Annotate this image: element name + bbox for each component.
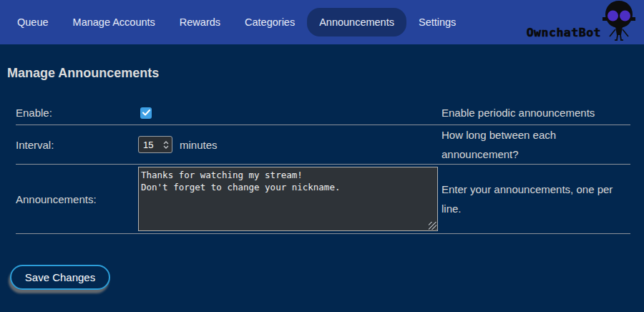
- brand-logo: OwnchatBot: [527, 0, 635, 45]
- announcements-help: Enter your announcements, one per line.: [441, 180, 630, 218]
- nav-item-rewards[interactable]: Rewards: [167, 8, 233, 36]
- announcements-form: Enable: Enable periodic announcements In…: [16, 101, 630, 234]
- checkmark-icon: [142, 109, 150, 116]
- interval-value: 15: [143, 140, 163, 150]
- interval-label: Interval:: [16, 139, 138, 151]
- save-changes-button[interactable]: Save Changes: [10, 265, 110, 290]
- nav-item-settings[interactable]: Settings: [406, 8, 468, 36]
- enable-help: Enable periodic announcements: [441, 103, 630, 122]
- robot-icon: [602, 0, 635, 44]
- nav-item-manage-accounts[interactable]: Manage Accounts: [61, 8, 167, 36]
- enable-label: Enable:: [16, 107, 138, 119]
- number-spinner[interactable]: [163, 141, 169, 149]
- nav-item-categories[interactable]: Categories: [233, 8, 307, 36]
- navbar: Queue Manage Accounts Rewards Categories…: [0, 0, 644, 44]
- form-row-enable: Enable: Enable periodic announcements: [16, 101, 630, 125]
- nav-item-announcements[interactable]: Announcements: [307, 8, 406, 36]
- form-row-announcements: Announcements: Thanks for watching my st…: [16, 165, 630, 234]
- enable-checkbox[interactable]: [140, 107, 152, 119]
- announcements-label: Announcements:: [16, 193, 138, 205]
- chevron-up-icon: [163, 141, 169, 145]
- interval-input[interactable]: 15: [138, 136, 172, 153]
- nav-item-queue[interactable]: Queue: [5, 8, 61, 36]
- interval-unit: minutes: [180, 139, 218, 151]
- chevron-down-icon: [163, 145, 169, 149]
- interval-help: How long between each announcement?: [441, 125, 630, 164]
- brand-name: OwnchatBot: [527, 26, 601, 45]
- announcements-textarea[interactable]: Thanks for watching my stream! Don't for…: [138, 167, 438, 231]
- form-row-interval: Interval: 15 minutes How long between ea…: [16, 125, 630, 165]
- page-title: Manage Announcements: [7, 66, 644, 81]
- resize-grip-icon[interactable]: [429, 222, 436, 230]
